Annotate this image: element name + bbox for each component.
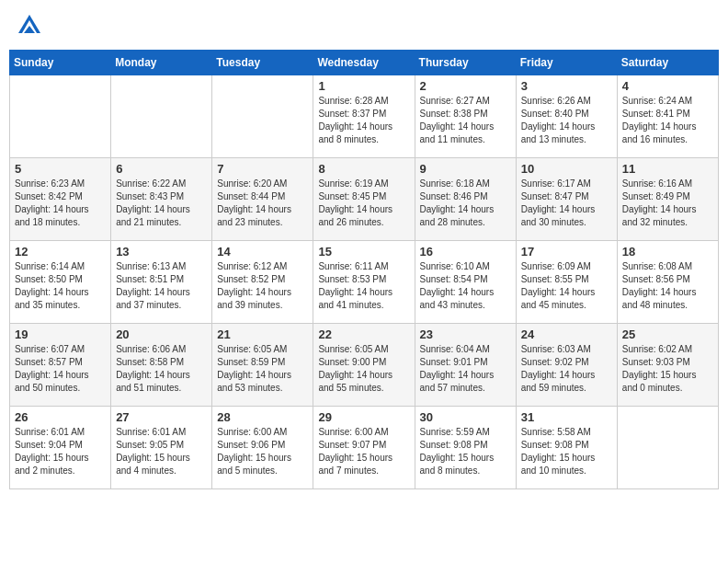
- day-cell: 20Sunrise: 6:06 AM Sunset: 8:58 PM Dayli…: [111, 324, 212, 407]
- header-day-wednesday: Wednesday: [313, 51, 415, 75]
- day-info: Sunrise: 6:20 AM Sunset: 8:44 PM Dayligh…: [217, 178, 308, 229]
- day-number: 28: [217, 410, 308, 424]
- day-cell: [617, 407, 718, 489]
- day-info: Sunrise: 6:26 AM Sunset: 8:40 PM Dayligh…: [521, 95, 612, 146]
- day-info: Sunrise: 6:06 AM Sunset: 8:58 PM Dayligh…: [116, 343, 207, 395]
- day-number: 18: [622, 245, 713, 259]
- day-number: 27: [116, 410, 207, 424]
- header-day-monday: Monday: [111, 51, 212, 75]
- day-number: 11: [622, 162, 713, 176]
- day-number: 2: [420, 79, 511, 93]
- day-cell: 24Sunrise: 6:03 AM Sunset: 9:02 PM Dayli…: [516, 324, 617, 407]
- header-day-saturday: Saturday: [617, 51, 718, 75]
- day-cell: 3Sunrise: 6:26 AM Sunset: 8:40 PM Daylig…: [516, 75, 617, 158]
- day-cell: 4Sunrise: 6:24 AM Sunset: 8:41 PM Daylig…: [617, 75, 718, 158]
- day-cell: [10, 75, 111, 158]
- day-info: Sunrise: 6:00 AM Sunset: 9:07 PM Dayligh…: [318, 426, 409, 477]
- calendar-header: SundayMondayTuesdayWednesdayThursdayFrid…: [10, 51, 719, 75]
- header-day-tuesday: Tuesday: [212, 51, 313, 75]
- day-cell: 31Sunrise: 5:58 AM Sunset: 9:08 PM Dayli…: [516, 407, 617, 489]
- calendar-table: SundayMondayTuesdayWednesdayThursdayFrid…: [9, 50, 719, 489]
- day-cell: 6Sunrise: 6:22 AM Sunset: 8:43 PM Daylig…: [111, 158, 212, 241]
- day-cell: 5Sunrise: 6:23 AM Sunset: 8:42 PM Daylig…: [10, 158, 111, 241]
- day-cell: [212, 75, 313, 158]
- day-cell: 29Sunrise: 6:00 AM Sunset: 9:07 PM Dayli…: [313, 407, 415, 489]
- day-cell: 17Sunrise: 6:09 AM Sunset: 8:55 PM Dayli…: [516, 241, 617, 324]
- day-info: Sunrise: 6:07 AM Sunset: 8:57 PM Dayligh…: [15, 343, 106, 395]
- day-cell: 21Sunrise: 6:05 AM Sunset: 8:59 PM Dayli…: [212, 324, 313, 407]
- day-number: 31: [521, 410, 612, 424]
- day-number: 3: [521, 79, 612, 93]
- day-cell: 19Sunrise: 6:07 AM Sunset: 8:57 PM Dayli…: [10, 324, 111, 407]
- day-number: 12: [15, 245, 106, 259]
- day-info: Sunrise: 6:16 AM Sunset: 8:49 PM Dayligh…: [622, 178, 713, 229]
- day-number: 22: [318, 327, 409, 341]
- day-number: 5: [15, 162, 106, 176]
- day-cell: 14Sunrise: 6:12 AM Sunset: 8:52 PM Dayli…: [212, 241, 313, 324]
- day-info: Sunrise: 6:28 AM Sunset: 8:37 PM Dayligh…: [318, 95, 409, 146]
- week-row-4: 19Sunrise: 6:07 AM Sunset: 8:57 PM Dayli…: [10, 324, 719, 407]
- day-number: 17: [521, 245, 612, 259]
- day-number: 14: [217, 245, 308, 259]
- day-cell: 13Sunrise: 6:13 AM Sunset: 8:51 PM Dayli…: [111, 241, 212, 324]
- header-row: SundayMondayTuesdayWednesdayThursdayFrid…: [10, 51, 719, 75]
- day-number: 4: [622, 79, 713, 93]
- day-info: Sunrise: 5:59 AM Sunset: 9:08 PM Dayligh…: [420, 426, 511, 477]
- day-number: 16: [420, 245, 511, 259]
- day-info: Sunrise: 6:05 AM Sunset: 8:59 PM Dayligh…: [217, 343, 308, 395]
- day-info: Sunrise: 6:01 AM Sunset: 9:04 PM Dayligh…: [15, 426, 106, 477]
- day-number: 8: [318, 162, 409, 176]
- day-number: 13: [116, 245, 207, 259]
- day-info: Sunrise: 6:11 AM Sunset: 8:53 PM Dayligh…: [318, 260, 409, 312]
- day-info: Sunrise: 6:08 AM Sunset: 8:56 PM Dayligh…: [622, 260, 713, 312]
- day-info: Sunrise: 6:27 AM Sunset: 8:38 PM Dayligh…: [420, 95, 511, 146]
- day-number: 24: [521, 327, 612, 341]
- day-number: 25: [622, 327, 713, 341]
- day-cell: 16Sunrise: 6:10 AM Sunset: 8:54 PM Dayli…: [415, 241, 516, 324]
- day-number: 29: [318, 410, 409, 424]
- day-info: Sunrise: 6:17 AM Sunset: 8:47 PM Dayligh…: [521, 178, 612, 229]
- day-cell: 26Sunrise: 6:01 AM Sunset: 9:04 PM Dayli…: [10, 407, 111, 489]
- day-info: Sunrise: 6:13 AM Sunset: 8:51 PM Dayligh…: [116, 260, 207, 312]
- day-cell: [111, 75, 212, 158]
- day-number: 30: [420, 410, 511, 424]
- day-cell: 9Sunrise: 6:18 AM Sunset: 8:46 PM Daylig…: [415, 158, 516, 241]
- week-row-5: 26Sunrise: 6:01 AM Sunset: 9:04 PM Dayli…: [10, 407, 719, 489]
- day-info: Sunrise: 6:14 AM Sunset: 8:50 PM Dayligh…: [15, 260, 106, 312]
- day-number: 23: [420, 327, 511, 341]
- week-row-2: 5Sunrise: 6:23 AM Sunset: 8:42 PM Daylig…: [10, 158, 719, 241]
- day-info: Sunrise: 6:03 AM Sunset: 9:02 PM Dayligh…: [521, 343, 612, 395]
- logo-icon: [17, 13, 42, 39]
- day-cell: 25Sunrise: 6:02 AM Sunset: 9:03 PM Dayli…: [617, 324, 718, 407]
- day-number: 7: [217, 162, 308, 176]
- day-number: 20: [116, 327, 207, 341]
- logo: [17, 13, 46, 39]
- day-cell: 1Sunrise: 6:28 AM Sunset: 8:37 PM Daylig…: [313, 75, 415, 158]
- day-cell: 11Sunrise: 6:16 AM Sunset: 8:49 PM Dayli…: [617, 158, 718, 241]
- day-info: Sunrise: 6:12 AM Sunset: 8:52 PM Dayligh…: [217, 260, 308, 312]
- day-cell: 30Sunrise: 5:59 AM Sunset: 9:08 PM Dayli…: [415, 407, 516, 489]
- day-info: Sunrise: 6:00 AM Sunset: 9:06 PM Dayligh…: [217, 426, 308, 477]
- day-info: Sunrise: 6:02 AM Sunset: 9:03 PM Dayligh…: [622, 343, 713, 395]
- day-cell: 8Sunrise: 6:19 AM Sunset: 8:45 PM Daylig…: [313, 158, 415, 241]
- day-cell: 7Sunrise: 6:20 AM Sunset: 8:44 PM Daylig…: [212, 158, 313, 241]
- day-number: 9: [420, 162, 511, 176]
- day-number: 1: [318, 79, 409, 93]
- day-cell: 12Sunrise: 6:14 AM Sunset: 8:50 PM Dayli…: [10, 241, 111, 324]
- day-info: Sunrise: 6:19 AM Sunset: 8:45 PM Dayligh…: [318, 178, 409, 229]
- calendar-body: 1Sunrise: 6:28 AM Sunset: 8:37 PM Daylig…: [10, 75, 719, 489]
- day-number: 19: [15, 327, 106, 341]
- day-info: Sunrise: 6:09 AM Sunset: 8:55 PM Dayligh…: [521, 260, 612, 312]
- day-info: Sunrise: 6:24 AM Sunset: 8:41 PM Dayligh…: [622, 95, 713, 146]
- day-info: Sunrise: 5:58 AM Sunset: 9:08 PM Dayligh…: [521, 426, 612, 477]
- day-cell: 18Sunrise: 6:08 AM Sunset: 8:56 PM Dayli…: [617, 241, 718, 324]
- header-day-thursday: Thursday: [415, 51, 516, 75]
- day-cell: 28Sunrise: 6:00 AM Sunset: 9:06 PM Dayli…: [212, 407, 313, 489]
- week-row-3: 12Sunrise: 6:14 AM Sunset: 8:50 PM Dayli…: [10, 241, 719, 324]
- day-info: Sunrise: 6:01 AM Sunset: 9:05 PM Dayligh…: [116, 426, 207, 477]
- header-day-friday: Friday: [516, 51, 617, 75]
- day-number: 15: [318, 245, 409, 259]
- day-cell: 2Sunrise: 6:27 AM Sunset: 8:38 PM Daylig…: [415, 75, 516, 158]
- day-info: Sunrise: 6:04 AM Sunset: 9:01 PM Dayligh…: [420, 343, 511, 395]
- day-info: Sunrise: 6:18 AM Sunset: 8:46 PM Dayligh…: [420, 178, 511, 229]
